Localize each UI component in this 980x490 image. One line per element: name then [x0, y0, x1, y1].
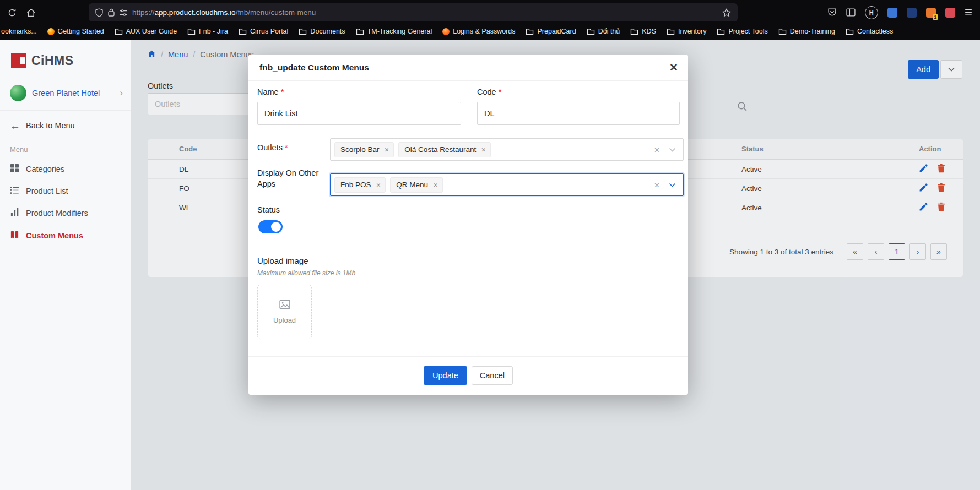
upload-hint: Maximum allowed file size is 1Mb [257, 269, 355, 277]
back-to-menu-button[interactable]: ← Back to Menu [10, 117, 75, 134]
folder-icon [846, 28, 854, 35]
chip-remove-icon[interactable]: ✕ [385, 146, 389, 153]
sidebar-item-product-modifiers[interactable]: Product Modifiers [0, 202, 131, 224]
status-toggle[interactable] [258, 220, 283, 233]
status-label: Status [257, 205, 280, 214]
hotel-avatar [10, 85, 26, 101]
bookmark-item[interactable]: PrepaidCard [526, 28, 576, 35]
bookmark-item[interactable]: KDS [630, 28, 656, 35]
bookmark-item[interactable]: ookmarks... [1, 28, 37, 35]
url-bar[interactable]: https://app.product.cloudhms.io/fnb/menu… [89, 3, 738, 21]
chevron-down-icon[interactable] [669, 148, 676, 152]
extension-icon[interactable] [907, 8, 917, 18]
categories-grid-icon [10, 164, 19, 175]
outlets-multiselect[interactable]: Scorpio Bar ✕ Olá Costa Restaurant ✕ ✕ [330, 138, 684, 161]
bookmark-item[interactable]: Documents [299, 28, 345, 35]
extension-icon[interactable]: 1 [926, 8, 936, 18]
sidebar-item-categories[interactable]: Categories [0, 158, 131, 180]
text-cursor [454, 179, 455, 190]
bookmark-item[interactable]: Demo-Training [778, 28, 835, 35]
clear-icon[interactable]: ✕ [654, 145, 660, 154]
folder-icon [115, 28, 123, 35]
outlets-label: Outlets* [257, 143, 288, 152]
book-icon [10, 230, 19, 241]
getting-started-icon [47, 28, 55, 35]
folder-icon [587, 28, 595, 35]
folder-icon [526, 28, 534, 35]
bookmark-label: Inventory [678, 28, 706, 35]
chip-remove-icon[interactable]: ✕ [376, 182, 381, 188]
bookmark-item[interactable]: Fnb - Jira [187, 28, 228, 35]
code-label: Code* [477, 88, 501, 96]
bookmark-item[interactable]: Getting Started [47, 28, 104, 35]
code-field[interactable] [477, 102, 680, 125]
hotel-selector[interactable]: Green Planet Hotel › [0, 83, 131, 104]
bookmark-label: Cirrus Portal [250, 28, 288, 35]
app-logo: CiHMS [11, 53, 74, 68]
outlet-chip: Olá Costa Restaurant ✕ [398, 142, 491, 157]
bookmark-star-icon[interactable] [722, 8, 731, 17]
tracking-shield-icon[interactable] [95, 8, 103, 17]
extension-icon[interactable] [945, 8, 955, 18]
chip-label: Olá Costa Restaurant [404, 145, 476, 154]
chevron-down-icon[interactable] [669, 183, 676, 187]
folder-icon [667, 28, 675, 35]
home-icon[interactable] [26, 8, 36, 17]
logins-icon [442, 28, 450, 35]
clear-icon[interactable]: ✕ [654, 181, 660, 189]
close-icon[interactable]: ✕ [669, 61, 678, 74]
sidebar-item-label: Custom Menus [26, 231, 83, 240]
bookmark-label: Fnb - Jira [199, 28, 228, 35]
bookmark-item[interactable]: Cirrus Portal [239, 28, 288, 35]
extension-badge: 1 [933, 14, 938, 20]
hotel-name: Green Planet Hotel [32, 89, 120, 97]
bookmark-item[interactable]: Project Tools [717, 28, 767, 35]
name-label: Name* [257, 88, 284, 96]
update-button[interactable]: Update [424, 366, 467, 385]
sidebar-section-label: Menu [10, 145, 28, 154]
modal-title: fnb_update Custom Menus [259, 63, 369, 73]
sidebar-toggle-icon[interactable] [846, 8, 856, 17]
sidebar-item-custom-menus[interactable]: Custom Menus [0, 225, 131, 247]
folder-icon [239, 28, 247, 35]
bookmark-label: Logins & Passwords [453, 28, 515, 35]
required-mark: * [285, 143, 288, 152]
back-label: Back to Menu [26, 121, 75, 130]
bookmarks-bar: ookmarks...Getting StartedAUX User Guide… [0, 25, 980, 40]
bookmark-label: TM-Tracking General [367, 28, 432, 35]
reload-icon[interactable] [8, 8, 17, 17]
account-icon[interactable]: H [865, 6, 878, 19]
bookmark-item[interactable]: Contactless [846, 28, 893, 35]
bookmark-item[interactable]: AUX User Guide [115, 28, 177, 35]
folder-icon [778, 28, 787, 35]
chip-remove-icon[interactable]: ✕ [433, 182, 438, 188]
upload-dropzone[interactable]: Upload [257, 285, 312, 339]
chip-label: QR Menu [396, 181, 428, 189]
cancel-button[interactable]: Cancel [472, 366, 513, 385]
modal-footer: Update Cancel [248, 356, 688, 395]
sidebar-item-product-list[interactable]: Product List [0, 180, 131, 202]
permissions-icon[interactable] [120, 9, 127, 16]
bookmark-item[interactable]: Inventory [667, 28, 706, 35]
upload-button-label: Upload [273, 316, 296, 324]
bookmark-item[interactable]: TM-Tracking General [356, 28, 432, 35]
image-file-icon [279, 300, 290, 312]
bookmark-item[interactable]: Đối thủ [587, 28, 620, 35]
lock-icon[interactable] [108, 8, 115, 17]
divider [0, 110, 131, 111]
url-path: /fnb/menu/custom-menu [236, 8, 316, 17]
modal-header: fnb_update Custom Menus [248, 55, 688, 81]
app-chip: QR Menu ✕ [390, 177, 443, 193]
display-apps-multiselect[interactable]: Fnb POS ✕ QR Menu ✕ ✕ [330, 173, 684, 196]
chip-remove-icon[interactable]: ✕ [481, 146, 486, 153]
folder-icon [630, 28, 638, 35]
bookmark-label: Đối thủ [598, 28, 620, 35]
bookmark-item[interactable]: Logins & Passwords [442, 28, 515, 35]
upload-image-label: Upload image [257, 256, 308, 265]
required-mark: * [281, 88, 284, 96]
pocket-icon[interactable] [827, 8, 837, 17]
menu-icon[interactable]: ☰ [965, 7, 972, 18]
name-field[interactable] [257, 102, 461, 125]
extension-icon[interactable] [887, 8, 897, 18]
url-host: app.product.cloudhms.io [155, 8, 236, 17]
